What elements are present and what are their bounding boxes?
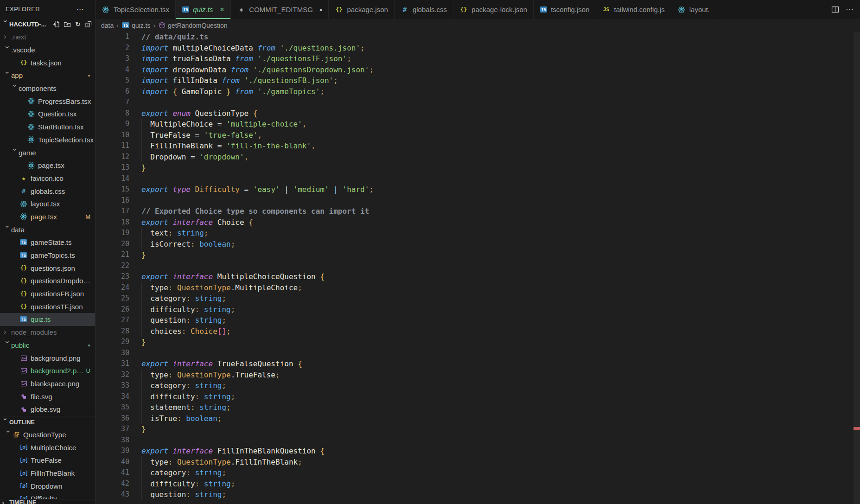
explorer-actions: ↻: [53, 20, 92, 28]
tree-item-app[interactable]: ›app●: [0, 69, 95, 82]
indent-guide: [10, 211, 10, 223]
tree-item-layout.tsx[interactable]: layout.tsx: [0, 198, 95, 211]
outline-item-QuestionType[interactable]: ›QuestionType: [0, 428, 95, 441]
line-number: 35: [96, 402, 129, 413]
code-line: 18export interface Choice {: [96, 217, 860, 228]
new-file-icon[interactable]: [53, 20, 60, 28]
tree-item-blankspace.png[interactable]: blankspace.png: [0, 377, 95, 390]
outline-item-Dropdown[interactable]: [ø]Dropdown: [0, 479, 95, 492]
code-line: 5import fillInData from './questionsFB.j…: [96, 75, 860, 86]
tree-item-questionsDropdown.json[interactable]: {}questionsDropdown.json: [0, 274, 95, 287]
tree-item-questions.json[interactable]: {}questions.json: [0, 262, 95, 274]
code-editor[interactable]: 1// data/quiz.ts2import multipleChoiceDa…: [96, 32, 860, 504]
tab-globals.css[interactable]: #globals.css: [395, 0, 453, 19]
chevron-down-icon: ›: [4, 225, 11, 233]
tree-item-questionsTF.json[interactable]: {}questionsTF.json: [0, 300, 95, 313]
code-line: 31export interface TrueFalseQuestion {: [96, 358, 860, 370]
svgfile-icon: [19, 406, 28, 413]
new-folder-icon[interactable]: [64, 20, 71, 28]
hash-icon: #: [401, 6, 409, 13]
outline-item-TrueFalse[interactable]: [ø]TrueFalse: [0, 454, 95, 467]
close-icon[interactable]: ✕: [219, 6, 224, 13]
code-line: 34 difficulty: string;: [96, 391, 860, 402]
indent-guide: [10, 300, 10, 313]
line-number: 27: [96, 315, 129, 326]
line-number: 17: [96, 206, 129, 217]
tab-TopicSelection.tsx[interactable]: TopicSelection.tsx: [96, 0, 176, 19]
line-number: 41: [96, 467, 129, 478]
tree-item-TopicSelection.tsx[interactable]: TopicSelection.tsx: [0, 134, 95, 147]
more-actions-icon[interactable]: ⋯: [76, 5, 84, 13]
line-number: 42: [96, 478, 129, 490]
tree-item-questionsFB.json[interactable]: {}questionsFB.json: [0, 287, 95, 300]
outline-item-MultipleChoice[interactable]: [ø]MultipleChoice: [0, 441, 95, 454]
outline-item-Difficulty[interactable]: [ø]Difficulty: [0, 492, 95, 499]
indent-guide: [10, 159, 10, 172]
tab-layout.[interactable]: layout.: [671, 0, 716, 19]
collapse-folders-icon[interactable]: [85, 20, 92, 28]
timeline-panel-header[interactable]: › TIMELINE: [0, 499, 95, 504]
tab-quiz.ts[interactable]: TSquiz.ts✕: [176, 0, 231, 19]
tab-COMMIT_EDITMSG[interactable]: ◈COMMIT_EDITMSG●: [231, 0, 329, 19]
tree-item-components[interactable]: ›components: [0, 82, 95, 95]
tab-tsconfig.json[interactable]: TStsconfig.json: [534, 0, 596, 19]
breadcrumb-data[interactable]: data: [101, 22, 114, 29]
tree-item-game[interactable]: ›game: [0, 146, 95, 159]
tree-item-.vscode[interactable]: ›.vscode: [0, 44, 95, 57]
refresh-icon[interactable]: ↻: [74, 20, 82, 28]
workspace-section-header[interactable]: › HACKUTD-... ↻: [0, 18, 95, 31]
tree-item-.next[interactable]: ›.next: [0, 31, 95, 44]
dirty-indicator-icon[interactable]: ●: [319, 7, 323, 13]
line-number: 24: [96, 282, 129, 293]
tree-item-node_modules[interactable]: ›node_modules: [0, 326, 95, 339]
breadcrumb-getRandomQuestion[interactable]: getRandomQuestion: [158, 22, 227, 29]
enum-member-icon: [ø]: [19, 496, 28, 499]
code-line: 21}: [96, 249, 860, 261]
tree-item-background.png[interactable]: background.png: [0, 351, 95, 364]
outline-panel-header[interactable]: › OUTLINE: [0, 416, 95, 428]
more-actions-icon[interactable]: ⋯: [846, 5, 854, 14]
tree-item-data[interactable]: ›data: [0, 223, 95, 236]
hash-icon: #: [19, 187, 28, 195]
tree-item-file.svg[interactable]: file.svg: [0, 390, 95, 403]
json-icon: {}: [459, 6, 468, 13]
indent-guide: [141, 391, 142, 402]
editor-actions: ⋯: [825, 0, 860, 19]
breadcrumb-quiz.ts[interactable]: TSquiz.ts: [121, 22, 150, 29]
tab-package.json[interactable]: {}package.json: [329, 0, 394, 19]
tree-item-gameTopics.ts[interactable]: TSgameTopics.ts: [0, 249, 95, 262]
chevron-down-icon: ›: [11, 84, 19, 92]
ts-icon: TS: [20, 252, 27, 258]
tree-item-favicon.ico[interactable]: ★favicon.ico: [0, 172, 95, 185]
tree-item-tasks.json[interactable]: {}tasks.json: [0, 56, 95, 69]
tree-item-ProgressBars.tsx[interactable]: ProgressBars.tsx: [0, 95, 95, 108]
tab-tailwind.config.js[interactable]: JStailwind.config.js: [596, 0, 671, 19]
indent-guide: [10, 403, 10, 416]
tree-item-public[interactable]: ›public●: [0, 339, 95, 352]
line-number: 13: [96, 162, 129, 173]
code-line: 32 type: QuestionType.TrueFalse;: [96, 370, 860, 381]
outline-item-FillInTheBlank[interactable]: [ø]FillInTheBlank: [0, 467, 95, 480]
tree-item-globals.css[interactable]: #globals.css: [0, 185, 95, 198]
tree-item-StartButton.tsx[interactable]: StartButton.tsx: [0, 121, 95, 134]
indent-guide: [141, 152, 142, 163]
tree-item-page.tsx[interactable]: page.tsx: [0, 159, 95, 172]
indent-guide: [10, 108, 10, 121]
split-editor-icon[interactable]: [831, 6, 839, 13]
line-number: 19: [96, 228, 129, 239]
tree-item-Question.tsx[interactable]: Question.tsx: [0, 108, 95, 121]
tree-item-background2.png[interactable]: background2.pngU: [0, 364, 95, 377]
enum-member-icon: [ø]: [19, 470, 28, 477]
tree-item-quiz.ts[interactable]: TSquiz.ts: [0, 313, 95, 326]
scrollbar[interactable]: [854, 32, 860, 504]
tree-item-gameState.ts[interactable]: TSgameState.ts: [0, 236, 95, 249]
tree-item-globe.svg[interactable]: globe.svg: [0, 403, 95, 416]
indent-guide: [141, 130, 142, 141]
code-line: 22: [96, 261, 860, 272]
tree-item-page.tsx[interactable]: page.tsxM: [0, 211, 95, 223]
code-line: 35 statement: string;: [96, 402, 860, 413]
tab-package-lock.json[interactable]: {}package-lock.json: [453, 0, 534, 19]
indent-guide: [141, 478, 142, 490]
indent-guide: [141, 326, 142, 337]
indent-guide: [10, 249, 10, 262]
